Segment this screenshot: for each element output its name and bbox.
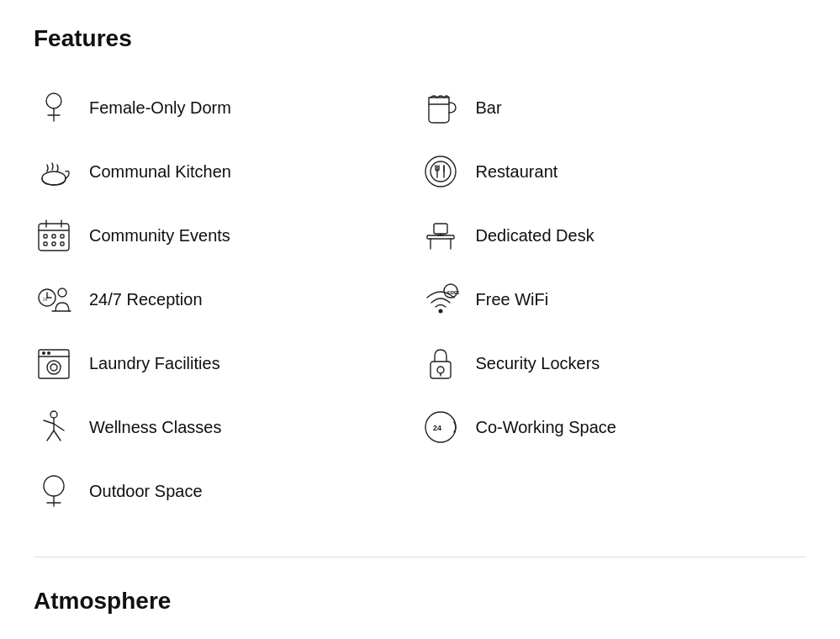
feature-label-co-working-space: Co-Working Space: [476, 418, 616, 437]
features-right-column: Bar Restaurant: [420, 76, 807, 523]
female-icon: [34, 87, 74, 128]
feature-label-bar: Bar: [476, 98, 502, 118]
bar-icon: [420, 87, 461, 128]
reception-icon: 24: [34, 279, 74, 320]
feature-label-free-wifi: Free WiFi: [476, 290, 549, 309]
feature-label-restaurant: Restaurant: [476, 162, 558, 182]
feature-outdoor-space: Outdoor Space: [34, 459, 420, 523]
feature-label-community-events: Community Events: [89, 226, 230, 246]
svg-rect-9: [52, 235, 55, 238]
feature-label-female-only-dorm: Female-Only Dorm: [89, 98, 231, 118]
wifi-icon: FREE: [420, 279, 461, 320]
feature-label-247-reception: 24/7 Reception: [89, 290, 203, 309]
feature-free-wifi: FREE Free WiFi: [420, 267, 807, 331]
feature-label-communal-kitchen: Communal Kitchen: [89, 162, 231, 182]
feature-label-outdoor-space: Outdoor Space: [89, 482, 203, 501]
events-icon: [34, 215, 74, 256]
svg-rect-39: [434, 224, 447, 234]
feature-wellness-classes: Wellness Classes: [34, 395, 420, 459]
feature-female-only-dorm: Female-Only Dorm: [34, 76, 420, 140]
restaurant-icon: [420, 151, 461, 192]
svg-point-25: [47, 351, 50, 355]
svg-point-23: [50, 364, 57, 371]
svg-rect-8: [44, 235, 47, 238]
feature-communal-kitchen: Communal Kitchen: [34, 140, 420, 203]
feature-laundry-facilities: Laundry Facilities: [34, 331, 420, 395]
feature-restaurant: Restaurant: [420, 140, 807, 203]
feature-co-working-space: 24 Co-Working Space: [420, 395, 807, 459]
svg-rect-13: [61, 242, 64, 246]
svg-point-28: [44, 476, 64, 496]
svg-point-24: [42, 351, 45, 355]
svg-point-26: [50, 411, 57, 418]
features-left-column: Female-Only Dorm Communal Kitchen: [34, 76, 420, 523]
feature-community-events: Community Events: [34, 203, 420, 267]
svg-text:24: 24: [433, 424, 441, 432]
svg-rect-10: [61, 235, 64, 238]
section-divider: [34, 557, 806, 557]
kitchen-icon: [34, 151, 74, 192]
svg-point-46: [437, 367, 444, 373]
svg-point-33: [431, 161, 451, 182]
svg-rect-12: [52, 242, 55, 246]
laundry-icon: [34, 343, 74, 383]
svg-point-22: [47, 361, 61, 374]
desk-icon: [420, 215, 461, 256]
feature-label-security-lockers: Security Lockers: [476, 354, 600, 373]
feature-label-wellness-classes: Wellness Classes: [89, 418, 221, 437]
svg-point-0: [46, 93, 61, 108]
feature-247-reception: 24 24/7 Reception: [34, 267, 420, 331]
svg-text:FREE: FREE: [447, 290, 459, 295]
feature-label-dedicated-desk: Dedicated Desk: [476, 226, 594, 246]
locker-icon: [420, 343, 461, 383]
svg-rect-11: [44, 242, 47, 246]
atmosphere-section: Atmosphere Relaxed Party: [34, 588, 806, 639]
svg-point-42: [438, 309, 442, 314]
feature-security-lockers: Security Lockers: [420, 331, 807, 395]
wellness-icon: [34, 407, 74, 447]
svg-point-18: [58, 288, 66, 297]
features-title: Features: [34, 25, 806, 52]
feature-bar: Bar: [420, 76, 807, 140]
coworking-icon: 24: [420, 407, 461, 447]
atmosphere-title: Atmosphere: [34, 588, 806, 615]
feature-dedicated-desk: Dedicated Desk: [420, 203, 807, 267]
outdoor-icon: [34, 471, 74, 511]
features-grid: Female-Only Dorm Communal Kitchen: [34, 76, 806, 523]
svg-text:24: 24: [43, 297, 48, 302]
feature-label-laundry-facilities: Laundry Facilities: [89, 354, 220, 373]
